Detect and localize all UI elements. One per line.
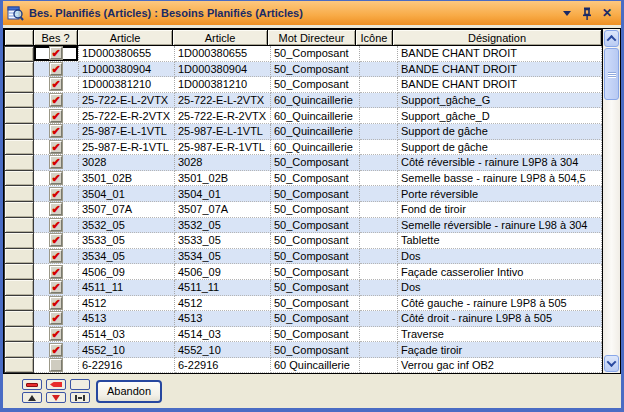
scrollbar-thumb[interactable] <box>604 48 619 100</box>
cell-icone[interactable] <box>360 280 398 296</box>
up-triangle-button[interactable] <box>22 392 42 403</box>
cell-mot-directeur[interactable]: 50_Composant <box>271 171 360 187</box>
column-header-bes-[interactable]: Bes ? <box>33 29 78 46</box>
checkbox-checked-icon[interactable]: ✔ <box>50 344 62 356</box>
cell-article[interactable]: 3534_05 <box>79 249 175 265</box>
cell-icone[interactable] <box>360 155 398 171</box>
row-selector[interactable] <box>4 76 34 93</box>
cell-article[interactable]: 3504_01 <box>79 186 175 202</box>
cell-article-2[interactable]: 4512 <box>175 296 271 312</box>
cell-designation[interactable]: Côté droit - rainure L9P8 à 505 <box>398 311 602 327</box>
bes-checkbox-cell[interactable]: ✔ <box>34 140 79 156</box>
cell-mot-directeur[interactable]: 50_Composant <box>271 155 360 171</box>
cell-mot-directeur[interactable]: 50_Composant <box>271 77 360 93</box>
bes-checkbox-cell[interactable]: ✔ <box>34 62 79 78</box>
cell-designation[interactable]: Tablette <box>398 233 602 249</box>
cell-article-2[interactable]: 3532_05 <box>175 218 271 234</box>
bes-checkbox-cell[interactable]: ✔ <box>34 311 79 327</box>
cell-icone[interactable] <box>360 249 398 265</box>
cell-mot-directeur[interactable]: 50_Composant <box>271 249 360 265</box>
cell-designation[interactable]: Verrou gac inf OB2 <box>398 358 602 373</box>
cell-article[interactable]: 25-987-E-L-1VTL <box>79 124 175 140</box>
cell-article[interactable]: 1D000381210 <box>79 77 175 93</box>
cell-article[interactable]: 4511_11 <box>79 280 175 296</box>
cell-article[interactable]: 3533_05 <box>79 233 175 249</box>
checkbox-checked-icon[interactable]: ✔ <box>50 110 62 122</box>
cell-article-2[interactable]: 4511_11 <box>175 280 271 296</box>
scroll-up-button[interactable] <box>604 30 619 47</box>
checkbox-checked-icon[interactable]: ✔ <box>50 94 62 106</box>
cell-designation[interactable]: Support de gâche <box>398 140 602 156</box>
cell-designation[interactable]: Semelle réversible - rainure L98 à 304 <box>398 218 602 234</box>
bes-checkbox-cell[interactable]: ✔ <box>34 171 79 187</box>
row-selector[interactable] <box>4 185 34 202</box>
red-bar-button[interactable] <box>22 379 42 390</box>
cell-mot-directeur[interactable]: 50_Composant <box>271 186 360 202</box>
cell-mot-directeur[interactable]: 50_Composant <box>271 62 360 78</box>
cell-article[interactable]: 4506_09 <box>79 264 175 280</box>
row-selector[interactable] <box>4 295 34 312</box>
row-selector[interactable] <box>4 217 34 234</box>
cell-article-2[interactable]: 1D000380904 <box>175 62 271 78</box>
bes-checkbox-cell[interactable]: ✔ <box>34 233 79 249</box>
row-selector[interactable] <box>4 341 34 358</box>
bes-checkbox-cell[interactable]: ✔ <box>34 296 79 312</box>
checkbox-checked-icon[interactable]: ✔ <box>50 188 62 200</box>
cell-article-2[interactable]: 25-987-E-R-1VTL <box>175 140 271 156</box>
cell-article-2[interactable]: 4552_10 <box>175 342 271 358</box>
bracket-m-button[interactable] <box>70 392 90 403</box>
cell-mot-directeur[interactable]: 60_Quincaillerie <box>271 140 360 156</box>
cell-article[interactable]: 1D000380655 <box>79 46 175 62</box>
cell-designation[interactable]: Façade tiroir <box>398 342 602 358</box>
cell-article-2[interactable]: 3507_07A <box>175 202 271 218</box>
bes-checkbox-cell[interactable]: ✔ <box>34 249 79 265</box>
row-selector[interactable] <box>4 170 34 187</box>
cell-designation[interactable]: Côté gauche - rainure L9P8 à 505 <box>398 296 602 312</box>
cell-mot-directeur[interactable]: 50_Composant <box>271 342 360 358</box>
cell-icone[interactable] <box>360 342 398 358</box>
cell-article[interactable]: 3507_07A <box>79 202 175 218</box>
cell-mot-directeur[interactable]: 60_Quincaillerie <box>271 124 360 140</box>
cell-article-2[interactable]: 3504_01 <box>175 186 271 202</box>
checkbox-checked-icon[interactable]: ✔ <box>50 234 62 246</box>
cell-designation[interactable]: BANDE CHANT DROIT <box>398 46 602 62</box>
row-selector[interactable] <box>4 326 34 343</box>
scroll-down-button[interactable] <box>604 355 619 372</box>
cell-icone[interactable] <box>360 124 398 140</box>
checkbox-checked-icon[interactable]: ✔ <box>50 297 62 309</box>
row-selector[interactable] <box>4 201 34 218</box>
cell-mot-directeur[interactable]: 50_Composant <box>271 296 360 312</box>
row-selector[interactable] <box>4 61 34 78</box>
cell-article-2[interactable]: 25-722-E-L-2VTX <box>175 93 271 109</box>
bes-checkbox-cell[interactable] <box>34 358 79 373</box>
bes-checkbox-cell[interactable]: ✔ <box>34 77 79 93</box>
bes-checkbox-cell[interactable]: ✔ <box>34 46 79 62</box>
checkbox-checked-icon[interactable]: ✔ <box>50 328 62 340</box>
cell-article-2[interactable]: 4506_09 <box>175 264 271 280</box>
bes-checkbox-cell[interactable]: ✔ <box>34 93 79 109</box>
row-selector[interactable] <box>4 107 34 124</box>
cell-designation[interactable]: Traverse <box>398 327 602 343</box>
cell-icone[interactable] <box>360 171 398 187</box>
cell-article-2[interactable]: 25-987-E-L-1VTL <box>175 124 271 140</box>
cell-article-2[interactable]: 25-722-E-R-2VTX <box>175 108 271 124</box>
cell-icone[interactable] <box>360 311 398 327</box>
checkbox-checked-icon[interactable]: ✔ <box>50 78 62 90</box>
title-dropdown-button[interactable] <box>559 5 575 21</box>
cell-icone[interactable] <box>360 108 398 124</box>
column-header-d-signation[interactable]: Désignation <box>392 29 602 46</box>
bes-checkbox-cell[interactable]: ✔ <box>34 202 79 218</box>
cell-icone[interactable] <box>360 358 398 373</box>
scrollbar-track[interactable] <box>603 100 620 354</box>
cell-article-2[interactable]: 4514_03 <box>175 327 271 343</box>
cell-mot-directeur[interactable]: 50_Composant <box>271 327 360 343</box>
cell-article[interactable]: 4552_10 <box>79 342 175 358</box>
checkbox-checked-icon[interactable]: ✔ <box>50 63 62 75</box>
bes-checkbox-cell[interactable]: ✔ <box>34 280 79 296</box>
cell-article-2[interactable]: 4513 <box>175 311 271 327</box>
cell-designation[interactable]: Fond de tiroir <box>398 202 602 218</box>
cell-icone[interactable] <box>360 233 398 249</box>
blank-button[interactable] <box>70 379 90 390</box>
cell-article-2[interactable]: 1D000381210 <box>175 77 271 93</box>
cell-designation[interactable]: Support_gâche_D <box>398 108 602 124</box>
